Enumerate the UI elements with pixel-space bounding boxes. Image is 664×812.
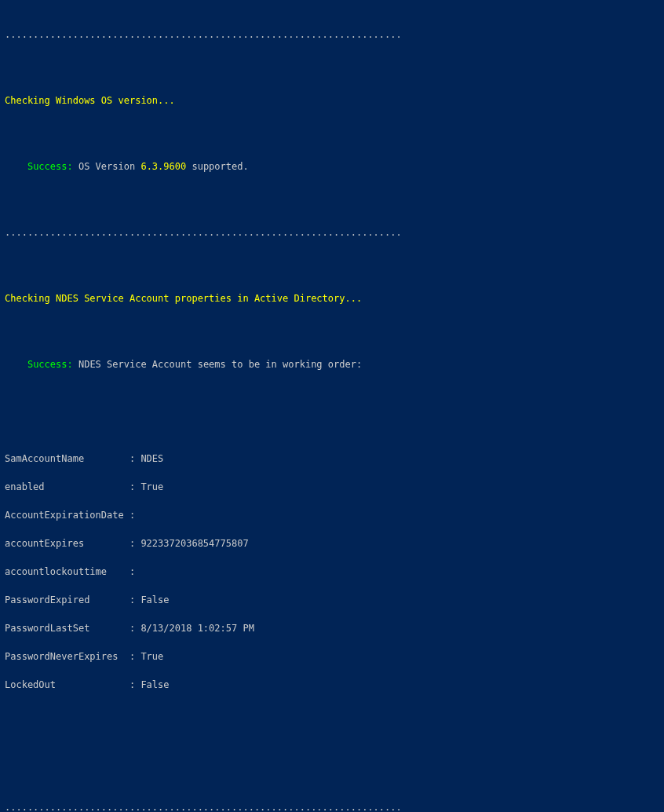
powershell-console[interactable]: ........................................… — [0, 0, 664, 812]
ad-prop: AccountExpirationDate : — [5, 510, 135, 521]
os-text-b: supported. — [186, 161, 248, 172]
ad-prop: enabled : True — [5, 481, 163, 492]
ad-prop: PasswordNeverExpires : True — [5, 651, 163, 662]
os-text-a: OS Version — [78, 161, 140, 172]
success-label: Success: — [27, 161, 78, 172]
ad-check-heading: Checking NDES Service Account properties… — [5, 293, 362, 304]
divider: ........................................… — [5, 227, 402, 238]
ad-prop: accountExpires : 9223372036854775807 — [5, 538, 249, 549]
ad-prop: PasswordLastSet : 8/13/2018 1:02:57 PM — [5, 623, 254, 634]
divider: ........................................… — [5, 29, 402, 40]
ad-prop: PasswordExpired : False — [5, 594, 170, 605]
ad-prop: accountlockouttime : — [5, 566, 135, 577]
os-check-heading: Checking Windows OS version... — [5, 95, 175, 106]
os-version: 6.3.9600 — [140, 161, 186, 172]
ad-success-text: NDES Service Account seems to be in work… — [78, 359, 362, 370]
success-label: Success: — [27, 359, 78, 370]
divider: ........................................… — [5, 802, 402, 812]
ad-prop: SamAccountName : NDES — [5, 453, 163, 464]
ad-prop: LockedOut : False — [5, 679, 170, 690]
